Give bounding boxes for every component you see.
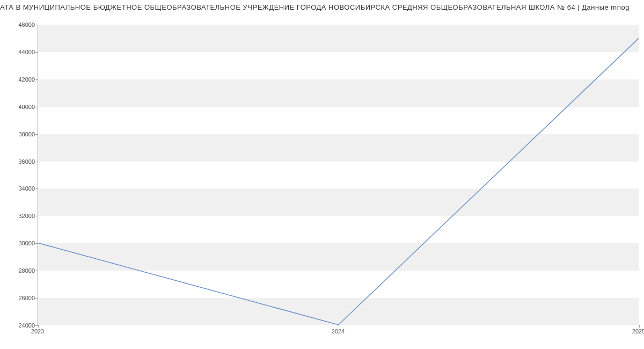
y-tick-label: 40000 [3,104,35,110]
line-chart-svg [38,25,639,325]
data-line [38,38,639,325]
y-tick-mark [35,271,38,271]
y-tick-label: 42000 [3,76,35,83]
plot-area [38,25,639,325]
y-tick-mark [35,243,38,244]
chart-container: 2400026000280003000032000340003600038000… [0,11,644,347]
y-tick-mark [35,52,38,53]
y-tick-mark [35,134,38,135]
x-tick-mark [38,325,39,328]
y-tick-label: 36000 [3,158,35,165]
y-tick-mark [35,79,38,80]
y-tick-label: 26000 [3,295,35,301]
x-tick-mark [339,325,339,328]
x-tick-label: 2023 [31,328,44,335]
y-tick-mark [35,162,38,162]
x-tick-label: 2025 [632,328,644,335]
y-tick-label: 44000 [3,49,35,55]
y-tick-mark [35,216,38,216]
y-tick-label: 46000 [3,21,35,28]
x-tick-label: 2024 [332,328,345,335]
y-tick-mark [35,107,38,107]
y-tick-mark [35,298,38,299]
y-tick-label: 38000 [3,131,35,137]
chart-title: АТА В МУНИЦИПАЛЬНОЕ БЮДЖЕТНОЕ ОБЩЕОБРАЗО… [0,0,644,11]
y-tick-label: 30000 [3,240,35,246]
y-tick-mark [35,188,38,189]
y-tick-mark [35,25,38,25]
y-tick-label: 34000 [3,185,35,192]
y-tick-label: 32000 [3,213,35,219]
y-tick-label: 28000 [3,267,35,274]
x-tick-mark [639,325,640,328]
y-tick-label: 24000 [3,322,35,329]
